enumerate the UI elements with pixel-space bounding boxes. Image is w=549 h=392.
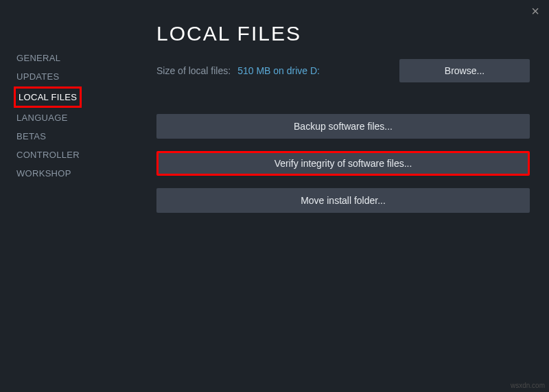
sidebar-item-betas[interactable]: BETAS bbox=[14, 128, 49, 145]
sidebar-item-updates[interactable]: UPDATES bbox=[14, 68, 62, 85]
move-install-folder-button[interactable]: Move install folder... bbox=[156, 188, 530, 213]
sidebar-item-language[interactable]: LANGUAGE bbox=[14, 109, 71, 126]
properties-window: GENERAL UPDATES LOCAL FILES LANGUAGE BET… bbox=[0, 0, 549, 392]
size-value: 510 MB on drive D: bbox=[237, 65, 320, 76]
size-label: Size of local files: bbox=[156, 65, 231, 76]
sidebar-item-local-files[interactable]: LOCAL FILES bbox=[14, 87, 82, 108]
verify-integrity-button[interactable]: Verify integrity of software files... bbox=[156, 151, 530, 176]
browse-button[interactable]: Browse... bbox=[399, 59, 530, 82]
sidebar-item-general[interactable]: GENERAL bbox=[14, 49, 63, 67]
sidebar-item-controller[interactable]: CONTROLLER bbox=[14, 146, 82, 163]
sidebar-item-workshop[interactable]: WORKSHOP bbox=[14, 165, 74, 182]
close-icon[interactable]: × bbox=[528, 4, 542, 18]
backup-files-button[interactable]: Backup software files... bbox=[156, 114, 530, 139]
sidebar: GENERAL UPDATES LOCAL FILES LANGUAGE BET… bbox=[0, 0, 137, 392]
watermark: wsxdn.com bbox=[511, 382, 545, 389]
main-panel: LOCAL FILES Size of local files: 510 MB … bbox=[137, 0, 549, 392]
page-title: LOCAL FILES bbox=[156, 22, 530, 45]
local-files-size-row: Size of local files: 510 MB on drive D: … bbox=[156, 59, 530, 82]
